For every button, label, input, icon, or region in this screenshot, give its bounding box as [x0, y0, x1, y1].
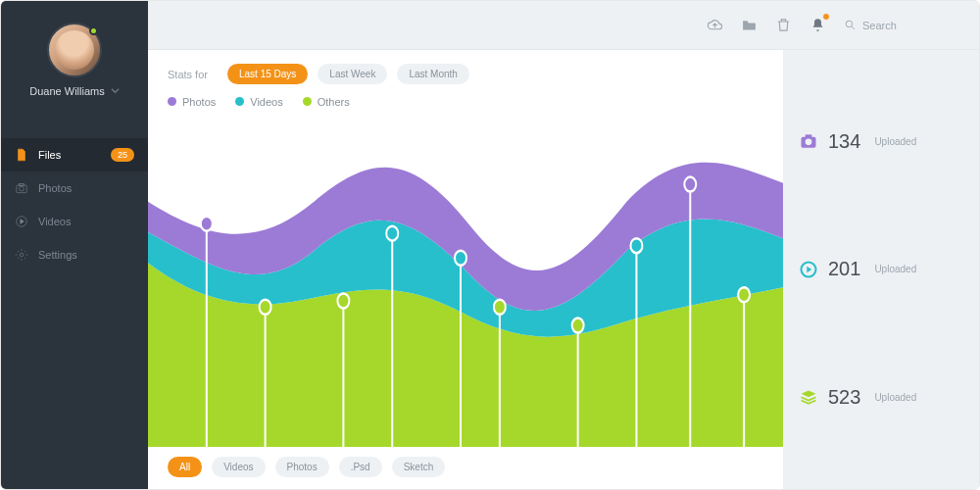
stat-photos: 134 Uploaded: [799, 130, 963, 153]
content: Stats for Last 15 Days Last Week Last Mo…: [148, 50, 979, 489]
topbar: [148, 1, 979, 50]
right-stats-panel: 134 Uploaded 201 Uploaded 523 Uploaded: [783, 50, 979, 489]
stats-for-label: Stats for: [168, 69, 208, 80]
filter-all[interactable]: All: [168, 457, 202, 477]
trash-icon[interactable]: [775, 17, 792, 33]
svg-point-13: [386, 226, 398, 241]
chevron-down-icon: [111, 85, 120, 97]
search-icon: [844, 19, 857, 31]
svg-point-11: [337, 294, 349, 309]
search[interactable]: [844, 19, 961, 31]
stat-value: 523: [828, 386, 860, 409]
file-icon: [15, 148, 28, 162]
svg-point-19: [572, 318, 584, 333]
stat-others: 523 Uploaded: [799, 386, 963, 409]
stat-value: 134: [828, 130, 860, 153]
sidebar-item-videos[interactable]: Videos: [1, 205, 148, 238]
legend-item-videos: Videos: [235, 96, 282, 108]
gear-icon: [15, 248, 28, 262]
svg-point-17: [494, 300, 506, 315]
chart-column: Stats for Last 15 Days Last Week Last Mo…: [148, 50, 783, 489]
filter-sketch[interactable]: Sketch: [392, 457, 446, 477]
svg-rect-28: [806, 135, 812, 138]
sidebar: Duane Williams Files 25 Photos: [1, 1, 148, 489]
range-last-week[interactable]: Last Week: [318, 64, 387, 84]
stat-videos: 201 Uploaded: [799, 258, 963, 280]
user-name: Duane Williams: [29, 85, 104, 97]
range-last-month[interactable]: Last Month: [397, 64, 468, 84]
svg-point-15: [455, 251, 466, 266]
svg-point-4: [20, 253, 24, 257]
svg-point-5: [846, 21, 853, 27]
range-last-15-days[interactable]: Last 15 Days: [227, 64, 308, 84]
sidebar-item-label: Files: [38, 149, 61, 161]
avatar[interactable]: [47, 23, 102, 77]
bell-badge: [822, 13, 830, 21]
cloud-upload-icon[interactable]: [707, 17, 723, 33]
filter-photos[interactable]: Photos: [275, 457, 329, 477]
svg-point-9: [260, 300, 271, 315]
stats-range-row: Stats for Last 15 Days Last Week Last Mo…: [148, 64, 783, 96]
play-icon: [799, 260, 818, 279]
stat-label: Uploaded: [874, 392, 916, 403]
folder-icon[interactable]: [741, 17, 758, 33]
sidebar-item-label: Settings: [38, 249, 77, 261]
area-chart: [148, 116, 783, 447]
sidebar-item-files[interactable]: Files 25: [1, 138, 148, 172]
search-input[interactable]: [862, 20, 951, 31]
play-icon: [15, 215, 28, 228]
filter-videos[interactable]: Videos: [212, 457, 265, 477]
legend-item-others: Others: [303, 96, 350, 108]
svg-point-25: [738, 287, 750, 302]
stat-value: 201: [828, 258, 860, 280]
legend-dot: [303, 97, 312, 106]
svg-point-27: [806, 139, 812, 146]
legend-item-photos: Photos: [168, 96, 216, 108]
legend-dot: [168, 97, 176, 106]
stat-label: Uploaded: [874, 136, 916, 147]
nav: Files 25 Photos Videos Settings: [1, 138, 148, 271]
camera-icon: [799, 131, 818, 151]
sidebar-item-settings[interactable]: Settings: [1, 238, 148, 271]
main: Stats for Last 15 Days Last Week Last Mo…: [148, 1, 979, 489]
svg-point-21: [630, 238, 642, 253]
legend-dot: [235, 97, 244, 106]
svg-point-7: [201, 217, 213, 231]
files-badge: 25: [111, 148, 134, 162]
sidebar-item-photos[interactable]: Photos: [1, 172, 148, 205]
sidebar-item-label: Photos: [38, 182, 72, 194]
bell-icon[interactable]: [809, 17, 826, 33]
svg-point-23: [684, 177, 696, 192]
layers-icon: [799, 388, 818, 408]
camera-icon: [15, 181, 28, 195]
status-dot: [89, 26, 98, 35]
stat-label: Uploaded: [874, 264, 916, 274]
filter-psd[interactable]: .Psd: [339, 457, 382, 477]
user-block: Duane Williams: [1, 1, 148, 111]
svg-point-1: [20, 186, 24, 191]
user-menu[interactable]: Duane Williams: [29, 85, 119, 97]
sidebar-item-label: Videos: [38, 216, 71, 227]
legend: Photos Videos Others: [148, 96, 783, 116]
filter-row: All Videos Photos .Psd Sketch: [148, 447, 783, 477]
